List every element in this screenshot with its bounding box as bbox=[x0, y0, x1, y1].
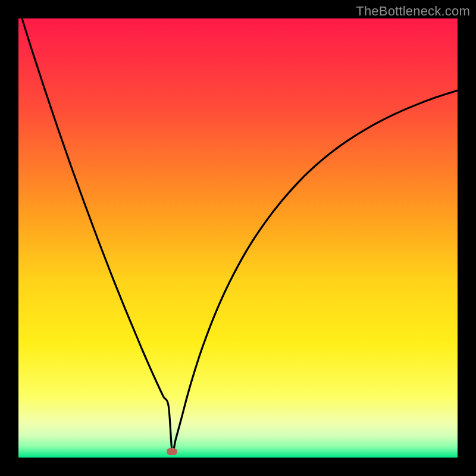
plot-area bbox=[18, 18, 458, 458]
watermark-text: TheBottleneck.com bbox=[356, 4, 470, 19]
chart-frame: TheBottleneck.com bbox=[0, 0, 476, 476]
bottleneck-curve bbox=[18, 18, 458, 458]
optimal-point-marker bbox=[167, 448, 177, 455]
